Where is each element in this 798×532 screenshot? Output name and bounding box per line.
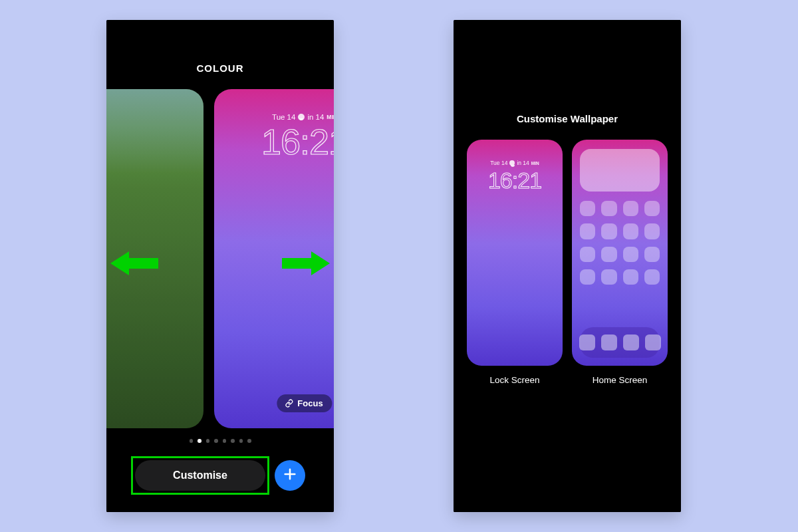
phone-right: Customise Wallpaper Tue 14 in 14MIN 16:2… (454, 20, 681, 512)
app-icon-placeholder (601, 247, 616, 262)
lockscreen-info: Tue 14 in 14MIN 16:21 (214, 113, 334, 160)
customise-button[interactable]: Customise (135, 460, 265, 491)
plus-icon (283, 467, 297, 484)
app-icon-placeholder (644, 269, 660, 285)
dock-icon-placeholder (645, 334, 661, 350)
svg-marker-1 (282, 251, 330, 275)
lockscreen-weather-text: in 14 (517, 160, 529, 166)
app-icon-placeholder (580, 247, 595, 262)
customise-panels: Tue 14 in 14MIN 16:21 Lock Screen (467, 140, 668, 385)
lockscreen-weather-text: in 14 (307, 113, 324, 121)
home-screen-layout (572, 140, 668, 366)
app-icon-placeholder (623, 201, 638, 216)
phone-left: COLOUR Tue 14 in 14MIN 16:21 Focus (106, 20, 334, 512)
add-wallpaper-button[interactable] (275, 460, 305, 491)
lockscreen-info-small: Tue 14 in 14MIN 16:21 (467, 160, 563, 192)
highlight-box (131, 456, 269, 495)
lockscreen-weather-unit: MIN (327, 114, 334, 120)
app-icon-placeholder (601, 223, 616, 239)
lockscreen-weather-unit: MIN (531, 161, 539, 166)
lock-screen-caption: Lock Screen (467, 375, 563, 385)
dock-icon-placeholder (601, 334, 617, 350)
swipe-left-arrow-icon (110, 250, 158, 277)
app-icon-placeholder (601, 201, 616, 216)
lockscreen-date: Tue 14 (490, 160, 507, 166)
app-icon-placeholder (644, 223, 660, 239)
home-screen-thumb[interactable]: Home Screen (572, 140, 668, 385)
bottom-bar: Customise (106, 460, 334, 491)
dock-icon-placeholder (579, 334, 595, 350)
lockscreen-date: Tue 14 (272, 113, 295, 121)
wallpaper-gallery-title: COLOUR (106, 20, 334, 83)
rain-icon (509, 160, 515, 166)
home-screen-caption: Home Screen (572, 375, 668, 385)
link-icon (285, 399, 293, 408)
app-icon-placeholder (623, 269, 638, 285)
lockscreen-time: 16:21 (214, 124, 334, 160)
customise-wallpaper-title: Customise Wallpaper (454, 113, 681, 124)
home-widget-placeholder (580, 149, 660, 192)
lockscreen-date-row: Tue 14 in 14MIN (214, 113, 334, 121)
app-icon-placeholder (580, 201, 595, 216)
home-dock (580, 327, 660, 358)
page-indicator (106, 439, 334, 443)
app-icon-placeholder (623, 247, 638, 262)
app-icon-placeholder (644, 247, 660, 262)
app-icon-placeholder (580, 223, 595, 239)
app-icon-placeholder (580, 269, 595, 285)
lockscreen-time: 16:21 (467, 169, 563, 192)
app-icon-placeholder (644, 201, 660, 216)
focus-label: Focus (297, 398, 323, 408)
app-icon-placeholder (623, 223, 638, 239)
focus-chip[interactable]: Focus (277, 394, 332, 412)
dock-icon-placeholder (623, 334, 639, 350)
lock-screen-thumb[interactable]: Tue 14 in 14MIN 16:21 Lock Screen (467, 140, 563, 385)
svg-marker-0 (110, 251, 158, 275)
rain-icon (298, 114, 305, 120)
swipe-right-arrow-icon (282, 250, 330, 277)
app-icon-placeholder (601, 269, 616, 285)
